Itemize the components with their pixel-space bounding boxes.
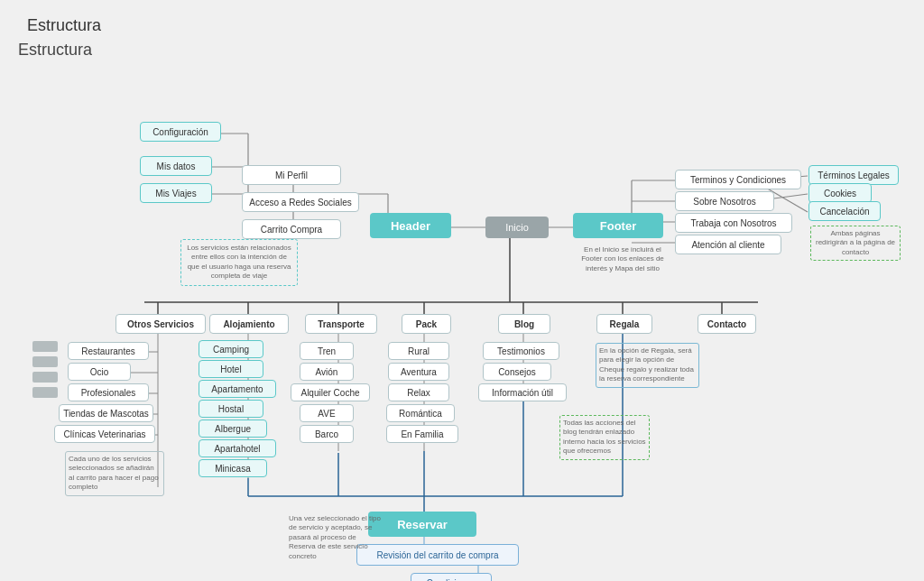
page-title: Estructura xyxy=(27,16,101,35)
restaurantes-node: Restaurantes xyxy=(68,342,149,360)
mi-perfil-node: Mi Perfil xyxy=(242,165,341,185)
carrito-compra-node: Carrito Compra xyxy=(242,219,341,239)
mis-viajes-node: Mis Viajes xyxy=(140,183,212,203)
blog-node: Blog xyxy=(498,314,550,334)
romantica-node: Romántica xyxy=(386,404,455,422)
footer-node: Footer xyxy=(573,213,663,238)
regala-note: En la opción de Regala, será para elegir… xyxy=(596,343,699,388)
informacion-util-node: Información útil xyxy=(478,383,567,401)
blog-note: Todas las acciones del blog tendrán enla… xyxy=(559,415,650,460)
tiendas-mascotas-node: Tiendas de Mascotas xyxy=(59,404,153,422)
servicios-note: Los servicios están relacionados entre e… xyxy=(180,239,298,286)
rural-node: Rural xyxy=(388,342,449,360)
page-title-label: Estructura xyxy=(18,41,92,60)
cookies-node: Cookies xyxy=(808,183,872,203)
ambas-paginas-note: Ambas páginas redirigirán a la página de… xyxy=(810,226,901,261)
configuracion-node: Configuración xyxy=(140,122,221,142)
terminos-legales-node: Términos Legales xyxy=(808,165,899,185)
atencion-cliente-node: Atención al cliente xyxy=(675,235,781,254)
reservar-note: Una vez seleccionado el tipo de servicio… xyxy=(289,514,383,561)
relax-node: Relax xyxy=(388,383,449,401)
reservar-node: Reservar xyxy=(368,512,476,537)
apartahotel-node: Apartahotel xyxy=(199,439,276,457)
alquiler-coche-node: Alquiler Coche xyxy=(291,383,370,401)
terminos-condiciones-node: Terminos y Condiciones xyxy=(675,170,801,189)
en-familia-node: En Familia xyxy=(386,425,458,443)
hotel-node: Hotel xyxy=(199,360,263,378)
cancelacion-node: Cancelación xyxy=(808,201,881,221)
inicio-node: Inicio xyxy=(485,217,549,238)
alojamiento-node: Alojamiento xyxy=(209,314,289,334)
contacto-node: Contacto xyxy=(698,314,756,334)
consejos-node: Consejos xyxy=(483,363,551,381)
aventura-node: Aventura xyxy=(388,363,449,381)
regala-node: Regala xyxy=(596,314,652,334)
camping-node: Camping xyxy=(199,340,263,358)
apartamento-node: Apartamento xyxy=(199,380,276,398)
barco-node: Barco xyxy=(300,425,354,443)
carrito-note: Cada uno de los servicios seleccionados … xyxy=(65,451,164,496)
transporte-node: Transporte xyxy=(305,314,377,334)
sobre-nosotros-node: Sobre Nosotros xyxy=(675,191,774,211)
pack-node: Pack xyxy=(402,314,451,334)
minicasa-node: Minicasa xyxy=(199,459,267,477)
tren-node: Tren xyxy=(300,342,354,360)
albergue-node: Albergue xyxy=(199,420,267,438)
otros-servicios-node: Otros Servicios xyxy=(116,314,206,334)
condiciones-node: Condiciones xyxy=(411,573,492,581)
mis-datos-node: Mis datos xyxy=(140,156,212,176)
ocio-node: Ocio xyxy=(68,363,131,381)
header-node: Header xyxy=(370,213,451,238)
testimonios-node: Testimonios xyxy=(483,342,559,360)
profesionales-node: Profesionales xyxy=(68,383,149,401)
clinicas-veterinarias-node: Clínicas Veterinarias xyxy=(54,425,155,443)
ave-node: AVE xyxy=(300,404,354,422)
avion-node: Avión xyxy=(300,363,354,381)
hostal-node: Hostal xyxy=(199,400,263,418)
acceso-redes-node: Acceso a Redes Sociales xyxy=(242,192,359,212)
footer-note: En el Inicio se incluirá el Footer con l… xyxy=(573,245,672,273)
trabaja-nosotros-node: Trabaja con Nosotros xyxy=(675,213,792,233)
